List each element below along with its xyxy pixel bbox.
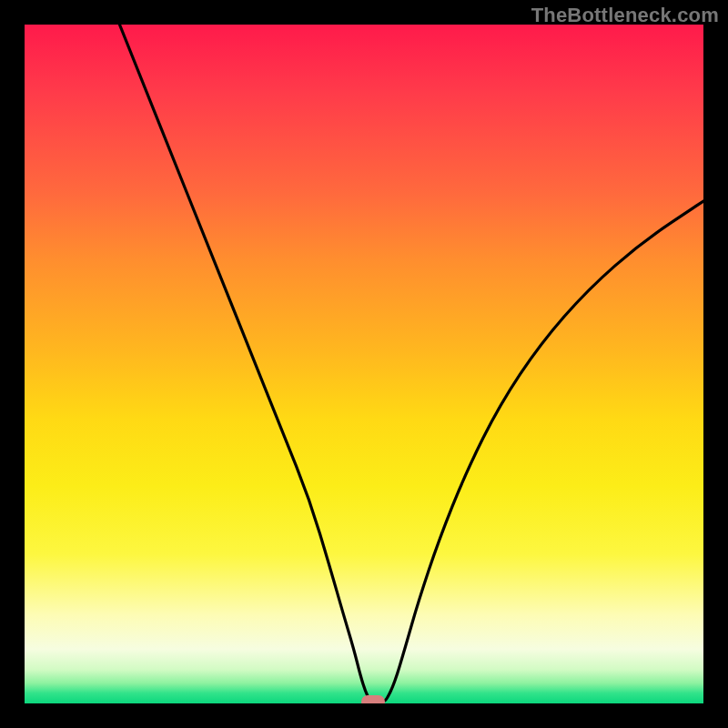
optimal-point-marker: [361, 695, 385, 703]
chart-container: TheBottleneck.com: [0, 0, 728, 728]
plot-area: [25, 25, 703, 703]
curve-svg: [25, 25, 703, 703]
bottleneck-curve-path: [119, 25, 703, 702]
